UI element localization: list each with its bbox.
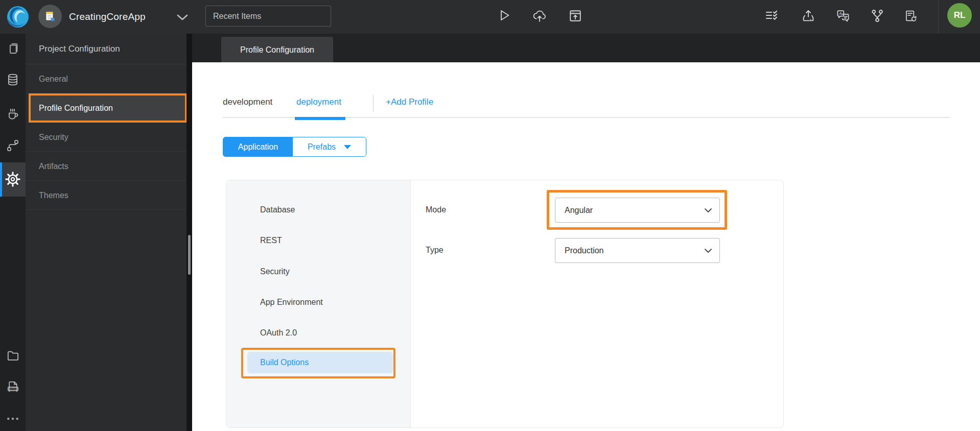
pages-icon[interactable] [4, 39, 22, 57]
sidebar-item-general[interactable]: General [26, 64, 186, 93]
project-configuration-panel: Project Configuration General Profile Co… [26, 34, 186, 431]
sidebar-item-artifacts[interactable]: Artifacts [26, 152, 186, 181]
active-tab-underline [295, 117, 345, 120]
preview-window-icon[interactable] [566, 7, 585, 25]
subnav-item-rest[interactable]: REST [260, 236, 282, 245]
deploy-cloud-icon[interactable] [530, 7, 549, 25]
share-icon[interactable] [868, 7, 886, 25]
user-avatar[interactable]: RL [947, 3, 972, 28]
editor-tab-bar: Profile Configuration [192, 34, 980, 62]
run-icon[interactable] [495, 6, 513, 25]
database-icon[interactable] [4, 70, 22, 89]
java-services-icon[interactable] [4, 105, 22, 123]
svg-text:LOG: LOG [10, 387, 15, 390]
svg-text:A: A [839, 11, 843, 16]
profile-tab-separator [373, 95, 374, 112]
profile-tab-deployment[interactable]: deployment [296, 97, 341, 107]
tab-profile-configuration[interactable]: Profile Configuration [221, 37, 333, 62]
settings-card: Database REST Security App Environment O… [226, 180, 784, 428]
chevron-down-icon[interactable] [176, 14, 189, 21]
subnav-item-build-options[interactable]: Build Options [247, 352, 393, 373]
mode-label: Mode [426, 205, 446, 214]
logs-icon[interactable]: LOG [4, 377, 22, 396]
more-icon[interactable] [4, 410, 22, 428]
folder-icon[interactable] [4, 346, 22, 365]
settings-gear-icon[interactable] [4, 170, 22, 188]
type-select[interactable]: Production [555, 238, 720, 263]
project-avatar[interactable] [38, 5, 62, 28]
wavemaker-logo-icon[interactable] [6, 5, 30, 29]
subnav-item-oauth[interactable]: OAuth 2.0 [260, 328, 297, 338]
user-initials: RL [954, 10, 966, 20]
top-toolbar: CreatingCoreApp [0, 0, 980, 34]
sidebar-item-security[interactable]: Security [26, 123, 186, 152]
sidebar-item-themes[interactable]: Themes [26, 181, 186, 210]
translate-icon[interactable]: A [834, 7, 852, 25]
application-prefabs-toggle: Application Prefabs [223, 137, 366, 157]
mode-value: Angular [565, 206, 593, 215]
apis-icon[interactable] [4, 136, 22, 155]
feedback-icon[interactable] [901, 7, 920, 25]
panel-scrollbar-thumb[interactable] [188, 235, 191, 275]
subnav-item-database[interactable]: Database [260, 205, 295, 214]
main-area: Profile Configuration development deploy… [192, 34, 980, 431]
subnav-item-app-environment[interactable]: App Environment [260, 298, 323, 307]
recent-items-input[interactable] [205, 6, 331, 27]
icon-rail: LOG [0, 34, 26, 431]
app-title: CreatingCoreApp [69, 0, 146, 34]
subnav-item-security[interactable]: Security [260, 267, 290, 276]
chevron-down-icon [704, 248, 712, 253]
export-icon[interactable] [799, 7, 818, 25]
panel-scrollbar-track [186, 34, 192, 431]
chevron-down-icon [344, 145, 351, 149]
mode-select[interactable]: Angular [555, 198, 720, 223]
settings-subnav: Database REST Security App Environment O… [226, 180, 411, 427]
type-value: Production [565, 246, 604, 255]
add-profile-button[interactable]: +Add Profile [386, 97, 433, 107]
sidebar-item-profile-configuration[interactable]: Profile Configuration [29, 93, 187, 123]
type-label: Type [426, 246, 444, 255]
application-segment[interactable]: Application [223, 137, 293, 156]
toolbar-divider [938, 0, 939, 34]
checklist-icon[interactable] [762, 6, 781, 25]
prefabs-segment[interactable]: Prefabs [293, 137, 366, 156]
chevron-down-icon [704, 208, 712, 213]
profile-tab-development[interactable]: development [223, 97, 272, 107]
panel-title: Project Configuration [26, 34, 186, 64]
profile-configuration-content: development deployment +Add Profile Appl… [192, 62, 980, 431]
